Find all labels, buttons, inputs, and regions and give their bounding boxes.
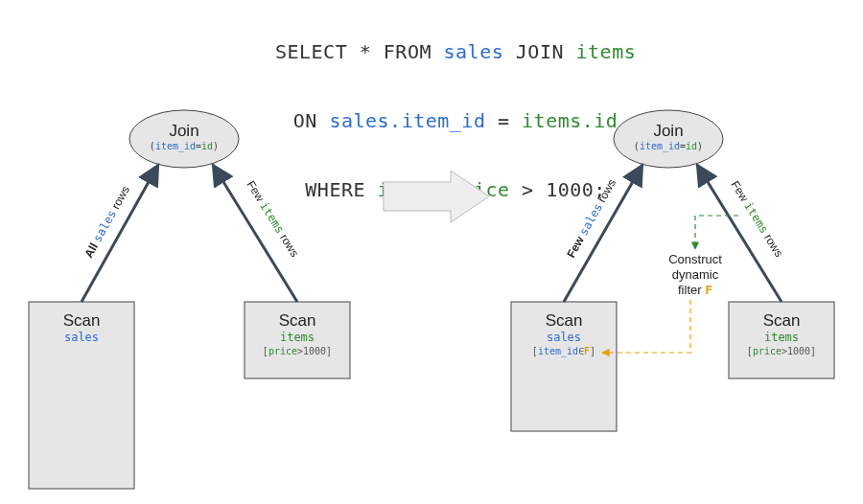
left-edge-items-label: Few items rows xyxy=(244,178,301,259)
right-scan-sales-title: Scan xyxy=(546,311,583,330)
dynamic-filter-label-3: filter F xyxy=(678,283,712,297)
left-join-title: Join xyxy=(169,122,198,140)
right-scan-items-table: items xyxy=(764,331,799,344)
right-edge-items-label: Few items rows xyxy=(728,178,785,259)
dynamic-filter-label-2: dynamic xyxy=(672,267,719,282)
right-plan: Join (item_id=id) Scan sales [item_id∈F]… xyxy=(511,110,834,431)
left-scan-items-predicate: [price>1000] xyxy=(263,346,332,356)
right-join-predicate: (item_id=id) xyxy=(634,141,703,152)
left-plan: Join (item_id=id) Scan sales Scan items … xyxy=(29,110,350,489)
left-scan-items-table: items xyxy=(280,331,315,344)
right-scan-items-title: Scan xyxy=(763,311,801,330)
right-join-title: Join xyxy=(653,122,683,140)
arrow-right-icon xyxy=(384,171,489,222)
right-scan-sales-table: sales xyxy=(547,331,581,344)
right-scan-items-predicate: [price>1000] xyxy=(747,346,816,356)
dynamic-filter-label-1: Construct xyxy=(668,252,722,266)
left-join-predicate: (item_id=id) xyxy=(150,141,219,152)
query-plan-diagram: Join (item_id=id) Scan sales Scan items … xyxy=(0,0,863,504)
left-scan-sales-title: Scan xyxy=(63,311,101,330)
left-scan-sales-table: sales xyxy=(64,331,99,344)
before-after-arrow xyxy=(384,171,489,222)
right-scan-sales-predicate: [item_id∈F] xyxy=(532,346,595,357)
left-scan-items-title: Scan xyxy=(279,311,316,330)
